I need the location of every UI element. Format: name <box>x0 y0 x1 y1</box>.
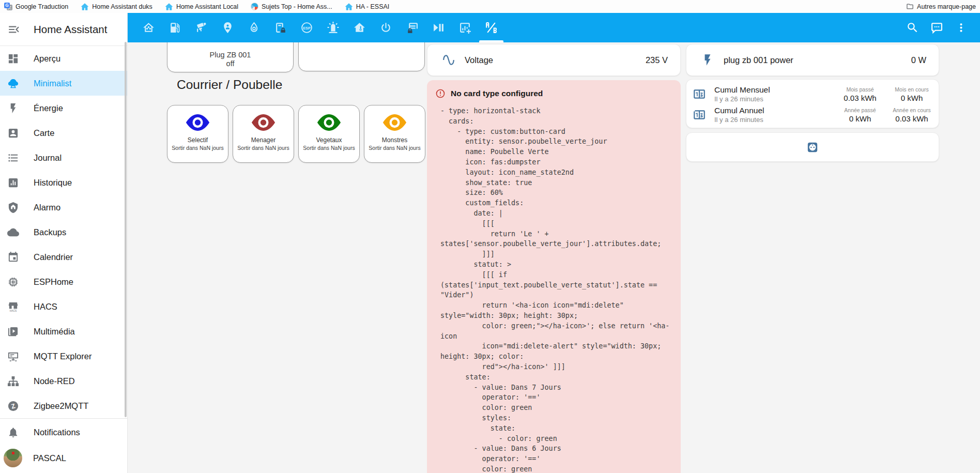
sidebar-item-energie[interactable]: Énergie <box>0 96 127 120</box>
sidebar-item-carte[interactable]: Carte <box>0 120 127 145</box>
garage-lock-icon <box>406 21 419 34</box>
tab-home-thermometer[interactable] <box>346 13 373 42</box>
sitemap-icon <box>7 375 19 387</box>
chip-icon <box>7 276 19 288</box>
search-icon[interactable] <box>906 21 919 34</box>
bookmark-ha-essai[interactable]: HA - ESSAI <box>345 3 390 11</box>
section-title: Courrier / Poubelle <box>177 78 282 92</box>
other-bookmarks-button[interactable]: Autres marque-page <box>906 3 976 10</box>
error-card-title: No card type configured <box>451 89 543 98</box>
tab-media[interactable] <box>425 13 452 42</box>
cumul-mensuel-row[interactable]: Cumul Mensuel Il y a 26 minutes Mois pas… <box>692 84 933 104</box>
stat-mois-passe: Mois passé 0.03 kWh <box>838 86 882 102</box>
esphome-icon: ESP <box>300 21 313 34</box>
tab-device-lock[interactable] <box>267 13 294 42</box>
tab-camera[interactable] <box>188 13 215 42</box>
bookmark-label: Home Assistant Local <box>176 3 238 10</box>
menu-open-icon[interactable] <box>7 23 21 36</box>
assist-chat-icon[interactable] <box>930 21 943 34</box>
bookmark-home-assistant-local[interactable]: Home Assistant Local <box>165 3 238 11</box>
sidebar-scrollbar[interactable] <box>125 42 127 417</box>
tab-ab-testing[interactable] <box>478 13 504 42</box>
home-assistant-favicon <box>81 3 89 11</box>
sidebar-item-apercu[interactable]: Aperçu <box>0 46 127 71</box>
bookmarks-bar: 文G Google Traduction Home Assistant duks… <box>0 0 980 13</box>
dashboard-tab-bar: ESP <box>128 13 980 42</box>
home-assistant-favicon <box>165 3 173 11</box>
power-socket-card[interactable] <box>686 132 939 162</box>
user-avatar <box>4 449 22 467</box>
plug-zb-001-card[interactable]: Plug ZB 001 off <box>167 42 294 72</box>
plug-card-state: off <box>226 59 235 68</box>
sidebar-item-calendrier[interactable]: Calendrier <box>0 245 127 269</box>
trash-card-monstres[interactable]: Monstres Sortir dans NaN jours <box>364 105 425 163</box>
ab-testing-icon <box>485 21 498 34</box>
sidebar-item-node-red[interactable]: Node-RED <box>0 369 127 393</box>
sidebar-item-multimedia[interactable]: Multimédia <box>0 319 127 344</box>
topbar-actions <box>906 21 980 34</box>
sidebar-item-mqtt-explorer[interactable]: MQTT Explorer <box>0 344 127 369</box>
siren-icon <box>327 21 340 34</box>
sidebar-item-historique[interactable]: Historique <box>0 170 127 195</box>
sidebar-item-zigbee2mqtt[interactable]: Z Zigbee2MQTT <box>0 393 127 418</box>
sidebar-items: Aperçu Minimalist Énergie Carte Journal … <box>0 46 127 418</box>
blank-partial-card[interactable] <box>298 42 425 71</box>
bookmark-google-traduction[interactable]: 文G Google Traduction <box>4 3 68 11</box>
device-lock-icon <box>274 21 287 34</box>
tab-siren[interactable] <box>320 13 346 42</box>
tab-fuel[interactable] <box>162 13 188 42</box>
account-box-icon <box>7 127 19 139</box>
sidebar-item-alarmo[interactable]: Alarmo <box>0 195 127 220</box>
home-garden-icon <box>142 21 155 34</box>
tab-garage-lock[interactable] <box>399 13 425 42</box>
monitor-network-icon <box>7 350 19 362</box>
play-pause-icon <box>432 21 445 34</box>
trash-card-vegetaux[interactable]: Vegetaux Sortir dans NaN jours <box>298 105 360 163</box>
dashboard-content: Plug ZB 001 off Courrier / Poubelle Sele… <box>128 42 980 473</box>
stat-mois-en-cours: Mois en cours 0 kWh <box>890 86 933 102</box>
app-title: Home Assistant <box>34 23 107 36</box>
sidebar-bottom: Notifications PASCAL <box>0 420 127 471</box>
tab-water[interactable] <box>241 13 267 42</box>
tab-presence[interactable] <box>215 13 241 42</box>
dots-vertical-icon[interactable] <box>955 21 968 34</box>
tab-esphome[interactable]: ESP <box>294 13 320 42</box>
eye-icon <box>317 114 341 131</box>
counter-icon <box>693 108 706 121</box>
sidebar-item-minimalist[interactable]: Minimalist <box>0 71 127 96</box>
bookmark-home-assistant-duks[interactable]: Home Assistant duks <box>81 3 152 11</box>
tab-home-garden[interactable] <box>135 13 162 42</box>
bookmark-label: HA - ESSAI <box>356 3 390 10</box>
eye-icon <box>251 114 275 131</box>
sidebar-item-hacs[interactable]: HACS HACS <box>0 294 127 319</box>
cumul-annuel-row[interactable]: Cumul Annuel Il y a 26 minutes Année pas… <box>692 104 933 125</box>
bookmark-label: Sujets Top - Home Ass... <box>262 3 332 10</box>
view-dashboard-icon <box>7 53 19 65</box>
sidebar-item-profile[interactable]: PASCAL <box>0 445 127 471</box>
flash-icon <box>701 53 714 67</box>
plug-card-title: Plug ZB 001 <box>210 51 251 59</box>
water-drop-icon <box>248 21 261 34</box>
fuel-pump-icon <box>169 21 181 34</box>
power-socket-icon <box>807 142 818 153</box>
tab-chart-add[interactable] <box>452 13 478 42</box>
sidebar-item-notifications[interactable]: Notifications <box>0 420 127 445</box>
bell-icon <box>7 426 19 438</box>
tab-power[interactable] <box>373 13 399 42</box>
error-card-yaml-code: - type: horizontal-stack cards: - type: … <box>440 106 676 473</box>
cctv-icon <box>195 21 208 34</box>
play-box-multiple-icon <box>7 326 19 338</box>
power-icon <box>379 21 392 34</box>
sidebar-item-journal[interactable]: Journal <box>0 145 127 170</box>
sidebar-item-backups[interactable]: Backups <box>0 220 127 245</box>
sidebar-divider <box>0 418 127 419</box>
lightning-bolt-icon <box>7 102 19 114</box>
trash-card-menager[interactable]: Menager Sortir dans NaN jours <box>233 105 294 163</box>
bookmark-sujets-top[interactable]: Sujets Top - Home Ass... <box>251 3 332 10</box>
power-sensor-card[interactable]: plug zb 001 power 0 W <box>686 44 939 76</box>
chart-box-icon <box>7 177 19 189</box>
trash-card-selectif[interactable]: Selectif Sortir dans NaN jours <box>167 105 228 163</box>
sidebar-item-esphome[interactable]: ESPHome <box>0 269 127 294</box>
cloud-icon <box>7 226 19 238</box>
voltage-sensor-card[interactable]: Voltage 235 V <box>427 44 681 76</box>
